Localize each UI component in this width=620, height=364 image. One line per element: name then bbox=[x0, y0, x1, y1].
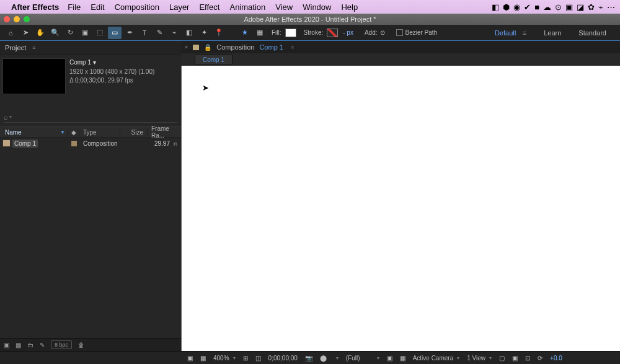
add-dropdown-icon[interactable]: ⊙ bbox=[380, 29, 385, 36]
menu-help[interactable]: Help bbox=[341, 2, 358, 12]
status-icon[interactable]: ▢ bbox=[499, 355, 505, 362]
tab-menu-icon[interactable]: ≡ bbox=[291, 44, 294, 50]
view-layout[interactable]: 1 View▾ bbox=[467, 355, 492, 362]
col-label[interactable]: ◆ bbox=[68, 129, 79, 136]
menu-file[interactable]: File bbox=[68, 2, 81, 12]
project-item-fr: 29.97 bbox=[154, 140, 170, 147]
label-color-icon[interactable] bbox=[71, 141, 77, 146]
stroke-width[interactable]: - px bbox=[343, 29, 353, 36]
tray-icon[interactable]: ◪ bbox=[577, 2, 584, 12]
window-titlebar: Adobe After Effects 2020 - Untitled Proj… bbox=[0, 14, 620, 25]
tray-icon[interactable]: ☁ bbox=[543, 2, 551, 12]
puppet-tool[interactable]: 📍 bbox=[212, 27, 226, 39]
menu-animation[interactable]: Animation bbox=[229, 2, 265, 12]
minimize-button[interactable] bbox=[14, 16, 20, 22]
snap-icon[interactable]: ▦ bbox=[253, 27, 267, 39]
grid-icon[interactable]: ▦ bbox=[400, 355, 405, 362]
new-folder-icon[interactable]: 🗀 bbox=[27, 342, 33, 348]
tab-comp-name[interactable]: Comp 1 bbox=[259, 43, 283, 51]
status-icon[interactable]: ⟳ bbox=[538, 355, 542, 362]
clone-tool[interactable]: ⌁ bbox=[167, 27, 181, 39]
project-bpc[interactable]: 8 bpc bbox=[51, 340, 72, 349]
col-type[interactable]: Type bbox=[79, 129, 120, 136]
trash-icon[interactable]: 🗑 bbox=[78, 342, 84, 348]
menu-effect[interactable]: Effect bbox=[199, 2, 219, 12]
col-name[interactable]: Name▼ bbox=[0, 129, 68, 136]
status-icon[interactable]: ⊞ bbox=[243, 355, 248, 362]
tray-icon[interactable]: ✿ bbox=[588, 2, 595, 12]
tray-icon[interactable]: ■ bbox=[534, 2, 539, 12]
tab-lock-icon[interactable]: 🔒 bbox=[204, 44, 211, 51]
brush-tool[interactable]: ✎ bbox=[153, 27, 166, 39]
active-camera[interactable]: Active Camera▾ bbox=[413, 355, 460, 362]
type-tool[interactable]: T bbox=[138, 27, 151, 39]
zoom-button[interactable] bbox=[24, 16, 30, 22]
menu-window[interactable]: Window bbox=[303, 2, 331, 12]
adjust-icon[interactable]: ✎ bbox=[40, 342, 45, 348]
menu-layer[interactable]: Layer bbox=[169, 2, 190, 12]
fill-swatch[interactable] bbox=[285, 29, 296, 37]
orbit-tool[interactable]: ↻ bbox=[63, 27, 77, 39]
menu-edit[interactable]: Edit bbox=[91, 2, 104, 12]
roto-tool[interactable]: ✦ bbox=[197, 27, 211, 39]
menu-composition[interactable]: Composition bbox=[115, 2, 159, 12]
project-item[interactable]: Comp 1 Composition 29.97⎌ bbox=[0, 138, 181, 149]
zoom-level[interactable]: 400%▾ bbox=[213, 355, 236, 362]
close-button[interactable] bbox=[4, 16, 10, 22]
shape-star-icon[interactable]: ★ bbox=[238, 27, 252, 39]
workspace-menu-icon[interactable]: ≡ bbox=[523, 29, 526, 37]
pen-tool[interactable]: ✒ bbox=[123, 27, 136, 39]
breadcrumb-item[interactable]: Comp 1 bbox=[195, 55, 232, 65]
hand-tool[interactable]: ✋ bbox=[33, 27, 47, 39]
home-tool[interactable]: ⌂ bbox=[4, 27, 17, 39]
project-search[interactable]: ⌕ ▾ bbox=[4, 112, 177, 123]
panel-menu-icon[interactable]: ≡ bbox=[32, 45, 36, 51]
tray-icon[interactable]: ✔ bbox=[524, 2, 531, 12]
exposure[interactable]: +0.0 bbox=[550, 355, 562, 362]
comp-thumbnail[interactable] bbox=[2, 58, 66, 94]
tray-icon[interactable]: ⋯ bbox=[607, 2, 615, 12]
tray-icon[interactable]: ⊙ bbox=[555, 2, 562, 12]
composition-canvas[interactable]: ➤ bbox=[181, 66, 620, 351]
current-time[interactable]: 0;00;00;00 bbox=[268, 355, 298, 362]
menu-view[interactable]: View bbox=[275, 2, 293, 12]
workspace-learn[interactable]: Learn bbox=[544, 29, 561, 37]
snapshot-icon[interactable]: 📷 bbox=[305, 355, 312, 362]
status-icon[interactable]: ▦ bbox=[200, 355, 206, 362]
pan-behind-tool[interactable]: ▣ bbox=[78, 27, 92, 39]
stroke-swatch[interactable] bbox=[327, 29, 338, 37]
eraser-tool[interactable]: ◧ bbox=[182, 27, 196, 39]
zoom-tool[interactable]: 🔍 bbox=[48, 27, 62, 39]
selection-tool[interactable]: ➤ bbox=[19, 27, 32, 39]
tab-comp-icon bbox=[193, 45, 199, 50]
tab-close-icon[interactable]: × bbox=[185, 44, 188, 50]
status-icon[interactable]: ▣ bbox=[187, 355, 193, 362]
col-size[interactable]: Size bbox=[120, 129, 148, 136]
status-icon[interactable]: ◫ bbox=[255, 355, 261, 362]
comp-name-dropdown-icon[interactable]: ▾ bbox=[93, 59, 96, 66]
traffic-lights bbox=[4, 16, 30, 22]
mask-tool[interactable]: ⬚ bbox=[93, 27, 107, 39]
flowchart-icon[interactable]: ⎌ bbox=[174, 140, 177, 147]
app-name[interactable]: After Effects bbox=[11, 2, 59, 12]
rectangle-tool[interactable]: ▭ bbox=[108, 27, 122, 39]
tray-icon[interactable]: ▣ bbox=[565, 2, 573, 12]
workspace-standard[interactable]: Standard bbox=[578, 29, 606, 37]
roi-icon[interactable]: ▣ bbox=[387, 355, 392, 362]
search-dropdown-icon[interactable]: ▾ bbox=[9, 114, 12, 120]
tray-icon[interactable]: ◧ bbox=[492, 2, 499, 12]
workspace-default[interactable]: Default bbox=[495, 29, 516, 37]
channel-dd[interactable]: ▾ bbox=[334, 355, 339, 361]
status-icon[interactable]: ▣ bbox=[512, 355, 518, 362]
status-icon[interactable]: ⊡ bbox=[525, 355, 530, 362]
tray-icon[interactable]: ◉ bbox=[513, 2, 520, 12]
new-comp-icon[interactable]: ▦ bbox=[16, 342, 21, 348]
resolution[interactable]: (Full)▾ bbox=[346, 355, 379, 362]
project-panel-header[interactable]: Project ≡ bbox=[0, 41, 181, 55]
interpret-icon[interactable]: ▣ bbox=[4, 342, 9, 348]
channel-icon[interactable]: ⬤ bbox=[320, 355, 327, 362]
tray-icon[interactable]: ⌁ bbox=[598, 2, 603, 12]
tray-icon[interactable]: ⬢ bbox=[503, 2, 510, 12]
bezier-checkbox[interactable] bbox=[396, 29, 403, 36]
col-framerate[interactable]: Frame Ra... bbox=[148, 125, 181, 139]
